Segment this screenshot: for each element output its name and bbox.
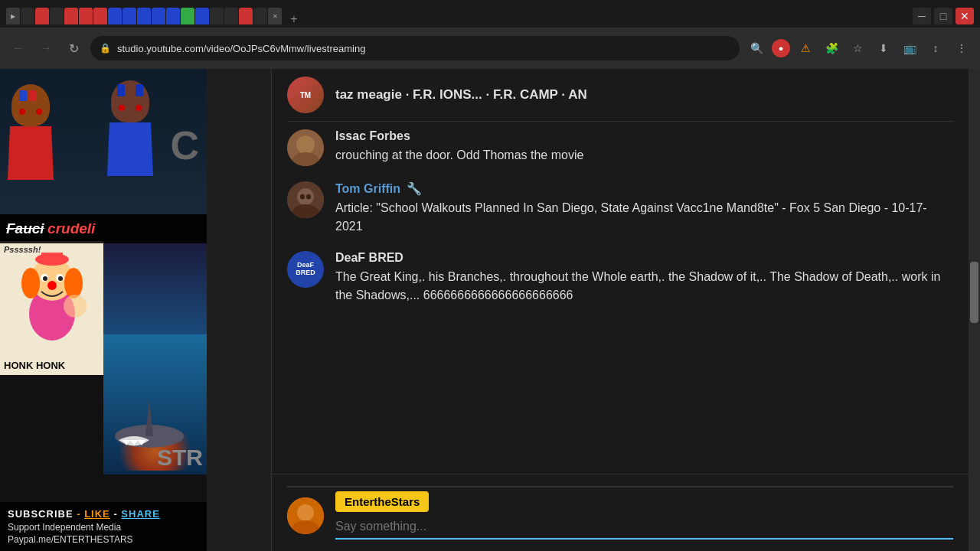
search-icon[interactable]: 🔍 xyxy=(746,37,767,59)
crudeli-text: crudeli xyxy=(47,220,95,236)
svg-point-8 xyxy=(47,281,57,290)
browser-tab[interactable] xyxy=(79,8,93,24)
close-button[interactable]: ✕ xyxy=(956,8,974,24)
browser-chrome: ▶ ✕ + xyxy=(0,0,980,69)
svg-point-23 xyxy=(300,194,305,200)
bookmark-icon[interactable]: ☆ xyxy=(847,37,868,59)
main-area: C rrer Fauci crudeli xyxy=(0,69,980,551)
address-bar[interactable]: 🔒 studio.youtube.com/video/OoJPsC6vMmw/l… xyxy=(90,36,740,60)
fauci-banner: Fauci crudeli xyxy=(0,214,207,243)
message-content: Tom Griffin 🔧 Article: "School Walkouts … xyxy=(335,181,953,236)
tom-avatar-image xyxy=(287,181,324,218)
divider-panel xyxy=(207,69,272,551)
browser-tab[interactable] xyxy=(181,8,194,24)
new-tab-button[interactable]: + xyxy=(283,11,305,28)
svg-point-11 xyxy=(64,295,87,318)
menu-icon[interactable]: ⋮ xyxy=(951,37,972,59)
taz-avatar: TM xyxy=(287,77,324,113)
download-icon[interactable]: ⬇ xyxy=(873,37,894,59)
browser-tab[interactable] xyxy=(122,8,136,24)
enter-avatar-image xyxy=(287,497,324,534)
username-tom: Tom Griffin xyxy=(335,182,400,196)
svg-rect-3 xyxy=(41,253,63,262)
browser-tab[interactable] xyxy=(224,8,238,24)
toolbar-icons: 🔍 ● ⚠ 🧩 ☆ ⬇ 📺 ↕ ⋮ xyxy=(746,37,972,59)
browser-tab-active[interactable]: ✕ xyxy=(268,8,282,24)
message-header: Tom Griffin 🔧 xyxy=(335,181,953,196)
browser-tab[interactable] xyxy=(108,8,122,24)
forward-button[interactable]: → xyxy=(35,37,57,59)
browser-tab[interactable] xyxy=(64,8,78,24)
shark-illustration xyxy=(111,390,188,452)
browser-tab[interactable] xyxy=(93,8,107,24)
reload-button[interactable]: ↻ xyxy=(63,37,84,59)
letter-c: C xyxy=(170,122,199,168)
scrollbar-thumb xyxy=(970,262,978,323)
svg-point-6 xyxy=(43,276,47,281)
message-content: Issac Forbes crouching at the door. Odd … xyxy=(335,129,953,165)
browser-tab[interactable] xyxy=(137,8,151,24)
avatar: DeaFBRED xyxy=(287,251,324,288)
psss-label: Psssssh! xyxy=(4,245,41,254)
figure-right xyxy=(107,80,153,176)
browser-tab[interactable] xyxy=(210,8,224,24)
svg-point-9 xyxy=(21,268,40,298)
browser-tab[interactable] xyxy=(239,8,253,24)
extensions-icon[interactable]: 🧩 xyxy=(821,37,842,59)
address-text: studio.youtube.com/video/OoJPsC6vMmw/liv… xyxy=(117,43,730,54)
browser-tab[interactable] xyxy=(21,8,34,24)
profile-icon[interactable]: ● xyxy=(772,39,790,57)
support-line: Support Independent Media xyxy=(8,522,199,533)
like-text: LIKE xyxy=(84,508,110,520)
message-content: DeaF BRED The Great King,. his Branches,… xyxy=(335,251,953,305)
browser-tab[interactable] xyxy=(152,8,165,24)
psss-poster: Psssssh! HONK HONK xyxy=(0,241,103,375)
sync-icon[interactable]: ↕ xyxy=(925,37,946,59)
avatar xyxy=(287,129,324,166)
browser-tab[interactable] xyxy=(195,8,209,24)
poster-area: Fauci crudeli xyxy=(0,214,207,551)
chat-input-row: EntertheStars xyxy=(287,491,953,540)
browser-tab[interactable] xyxy=(50,8,64,24)
message-text-tom: Article: "School Walkouts Planned In San… xyxy=(335,199,953,236)
subscribe-bar: SUBSCRIBE - LIKE - SHARE Support Indepen… xyxy=(0,502,207,551)
secure-icon: 🔒 xyxy=(100,43,111,54)
svg-point-26 xyxy=(297,504,314,521)
list-item: Tom Griffin 🔧 Article: "School Walkouts … xyxy=(287,181,953,236)
cast-icon[interactable]: 📺 xyxy=(899,37,920,59)
message-text-issac: crouching at the door. Odd Thomas the mo… xyxy=(335,146,953,165)
browser-tabs: ▶ ✕ + xyxy=(0,0,980,28)
avatar xyxy=(287,181,324,218)
username-issac: Issac Forbes xyxy=(335,129,410,143)
minimize-button[interactable]: ─ xyxy=(913,8,931,24)
browser-tab[interactable]: ▶ xyxy=(6,8,20,24)
wrench-icon: 🔧 xyxy=(407,181,422,196)
maximize-button[interactable]: □ xyxy=(934,8,952,24)
browser-toolbar: ← → ↻ 🔒 studio.youtube.com/video/OoJPsC6… xyxy=(0,28,980,69)
svg-marker-13 xyxy=(145,398,153,436)
honk-label: HONK HONK xyxy=(4,360,65,371)
svg-point-10 xyxy=(64,268,83,298)
username-deaf: DeaF BRED xyxy=(335,251,403,265)
warning-icon[interactable]: ⚠ xyxy=(795,37,816,59)
chat-panel: TM taz meagie · F.R. IONS... · F.R. CAMP… xyxy=(272,69,969,551)
browser-tab[interactable] xyxy=(253,8,267,24)
chat-input[interactable] xyxy=(335,515,953,540)
chat-messages[interactable]: Issac Forbes crouching at the door. Odd … xyxy=(272,122,969,474)
svg-point-18 xyxy=(296,135,315,154)
back-button[interactable]: ← xyxy=(8,37,29,59)
issac-avatar-image xyxy=(287,129,324,166)
left-panel: C rrer Fauci crudeli xyxy=(0,69,207,551)
partial-text: taz meagie · F.R. IONS... · F.R. CAMP · … xyxy=(335,87,587,103)
browser-tab[interactable] xyxy=(35,8,49,24)
current-user-avatar xyxy=(287,497,324,534)
right-scrollbar[interactable] xyxy=(969,69,980,551)
str-text: STR xyxy=(157,445,203,471)
current-user-badge: EntertheStars xyxy=(335,491,429,512)
svg-point-21 xyxy=(297,188,314,205)
figure-left xyxy=(8,84,54,180)
list-item: DeaFBRED DeaF BRED The Great King,. his … xyxy=(287,251,953,305)
message-header: DeaF BRED xyxy=(335,251,953,265)
shark-poster xyxy=(103,241,207,474)
browser-tab[interactable] xyxy=(166,8,180,24)
